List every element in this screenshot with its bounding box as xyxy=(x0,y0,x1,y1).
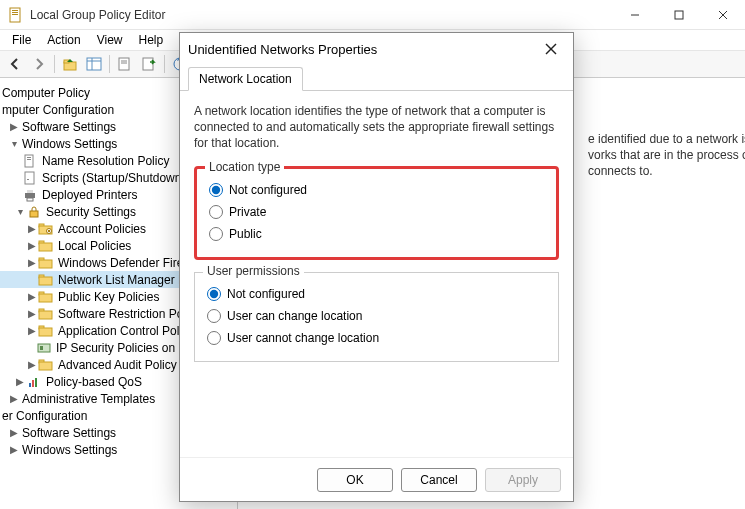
radio-perm-cannot-change[interactable]: User cannot change location xyxy=(207,327,546,349)
show-hide-button[interactable] xyxy=(83,53,105,75)
svg-rect-36 xyxy=(39,277,52,285)
menu-view[interactable]: View xyxy=(89,31,131,49)
cancel-button[interactable]: Cancel xyxy=(401,468,477,492)
expander-icon[interactable]: ▶ xyxy=(26,291,38,302)
folder-icon xyxy=(38,357,54,373)
expander-icon[interactable]: ▾ xyxy=(8,138,20,149)
svg-rect-38 xyxy=(39,294,52,302)
close-button[interactable] xyxy=(701,0,745,30)
svg-rect-42 xyxy=(39,328,52,336)
qos-icon xyxy=(26,374,42,390)
forward-button[interactable] xyxy=(28,53,50,75)
ipsec-icon xyxy=(36,340,52,356)
content-text: connects to. xyxy=(588,164,737,178)
expander-icon[interactable]: ▾ xyxy=(14,206,26,217)
svg-rect-16 xyxy=(143,58,153,70)
radio-input[interactable] xyxy=(207,309,221,323)
svg-rect-26 xyxy=(30,211,38,217)
svg-rect-21 xyxy=(27,159,31,160)
expander-icon[interactable]: ▶ xyxy=(8,393,20,404)
expander-icon[interactable]: ▶ xyxy=(26,359,38,370)
ok-button[interactable]: OK xyxy=(317,468,393,492)
radio-perm-can-change[interactable]: User can change location xyxy=(207,305,546,327)
expander-icon[interactable]: ▶ xyxy=(26,308,38,319)
dialog-titlebar: Unidentified Networks Properties xyxy=(180,33,573,65)
apply-button[interactable]: Apply xyxy=(485,468,561,492)
svg-rect-20 xyxy=(27,157,31,158)
svg-rect-47 xyxy=(29,383,31,387)
menu-file[interactable]: File xyxy=(4,31,39,49)
svg-rect-19 xyxy=(25,155,33,167)
svg-rect-23 xyxy=(25,193,35,198)
window-titlebar: Local Group Policy Editor xyxy=(0,0,745,30)
expander-icon[interactable]: ▶ xyxy=(26,325,38,336)
radio-public[interactable]: Public xyxy=(209,223,544,245)
content-text: e identified due to a network issu xyxy=(588,132,737,146)
printer-icon xyxy=(22,187,38,203)
radio-not-configured[interactable]: Not configured xyxy=(209,179,544,201)
folder-icon xyxy=(38,272,54,288)
expander-icon[interactable]: ▶ xyxy=(8,121,20,132)
svg-rect-49 xyxy=(35,378,37,387)
group-user-permissions: User permissions Not configured User can… xyxy=(194,272,559,362)
folder-icon xyxy=(38,238,54,254)
expander-icon[interactable]: ▶ xyxy=(8,444,20,455)
svg-rect-1 xyxy=(12,10,18,11)
properties-dialog: Unidentified Networks Properties Network… xyxy=(179,32,574,502)
export-button[interactable] xyxy=(138,53,160,75)
radio-input[interactable] xyxy=(207,331,221,345)
folder-icon xyxy=(38,289,54,305)
script-icon xyxy=(22,170,38,186)
tab-network-location[interactable]: Network Location xyxy=(188,67,303,91)
svg-rect-32 xyxy=(39,243,52,251)
window-title: Local Group Policy Editor xyxy=(30,8,613,22)
svg-rect-13 xyxy=(119,58,129,70)
menu-action[interactable]: Action xyxy=(39,31,88,49)
radio-perm-not-configured[interactable]: Not configured xyxy=(207,283,546,305)
group-location-type: Location type Not configured Private Pub… xyxy=(194,166,559,260)
group-legend: User permissions xyxy=(203,264,304,278)
app-icon xyxy=(8,7,24,23)
expander-icon[interactable]: ▶ xyxy=(8,427,20,438)
svg-rect-46 xyxy=(39,362,52,370)
radio-input[interactable] xyxy=(207,287,221,301)
dialog-button-row: OK Cancel Apply xyxy=(180,457,573,501)
folder-icon xyxy=(38,255,54,271)
back-button[interactable] xyxy=(4,53,26,75)
svg-rect-25 xyxy=(27,198,33,201)
svg-rect-3 xyxy=(12,14,18,15)
expander-icon[interactable]: ▶ xyxy=(26,223,38,234)
refresh-button[interactable] xyxy=(114,53,136,75)
svg-rect-44 xyxy=(40,346,43,350)
radio-input[interactable] xyxy=(209,227,223,241)
folder-icon xyxy=(38,323,54,339)
svg-rect-22 xyxy=(25,172,34,184)
folder-icon xyxy=(38,221,54,237)
radio-private[interactable]: Private xyxy=(209,201,544,223)
menu-help[interactable]: Help xyxy=(131,31,172,49)
expander-icon[interactable]: ▶ xyxy=(14,376,26,387)
folder-icon xyxy=(38,306,54,322)
minimize-button[interactable] xyxy=(613,0,657,30)
group-legend: Location type xyxy=(205,160,284,174)
svg-rect-48 xyxy=(32,380,34,387)
svg-rect-34 xyxy=(39,260,52,268)
expander-icon[interactable]: ▶ xyxy=(26,257,38,268)
toolbar-separator xyxy=(54,55,55,73)
radio-input[interactable] xyxy=(209,205,223,219)
svg-rect-2 xyxy=(12,12,18,13)
svg-rect-5 xyxy=(675,11,683,19)
toolbar-separator xyxy=(109,55,110,73)
content-text: vorks that are in the process of be xyxy=(588,148,737,162)
up-button[interactable] xyxy=(59,53,81,75)
radio-input[interactable] xyxy=(209,183,223,197)
svg-rect-30 xyxy=(48,230,50,232)
policy-icon xyxy=(22,153,38,169)
dialog-tabs: Network Location xyxy=(180,65,573,91)
dialog-close-button[interactable] xyxy=(537,35,565,63)
maximize-button[interactable] xyxy=(657,0,701,30)
svg-rect-43 xyxy=(38,344,50,352)
svg-rect-40 xyxy=(39,311,52,319)
expander-icon[interactable]: ▶ xyxy=(26,240,38,251)
dialog-title: Unidentified Networks Properties xyxy=(188,42,537,57)
